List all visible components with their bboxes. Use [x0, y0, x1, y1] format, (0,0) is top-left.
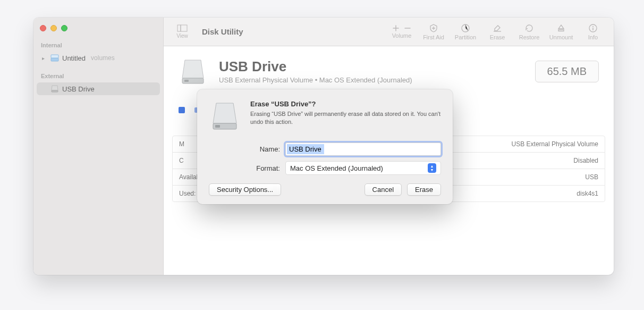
usage-used-swatch	[179, 107, 185, 113]
info-value: disk4s1	[577, 190, 598, 197]
svg-rect-13	[215, 125, 220, 128]
sidebar-item-label: Untitled	[62, 54, 86, 62]
sidebar-section-internal: Internal	[33, 40, 163, 51]
security-options-button[interactable]: Security Options...	[209, 183, 281, 196]
svg-rect-1	[51, 55, 58, 58]
format-label: Format:	[247, 164, 280, 172]
svg-rect-11	[184, 80, 189, 82]
toolbar-partition[interactable]: Partition	[452, 23, 479, 40]
close-button[interactable]	[40, 25, 46, 31]
info-value: USB External Physical Volume	[512, 140, 598, 148]
dialog-drive-icon	[209, 100, 241, 132]
sidebar-item-internal-0[interactable]: ▸ Untitled volumes	[37, 52, 160, 64]
toolbar-label: Restore	[519, 34, 540, 40]
toolbar-label: Info	[588, 34, 598, 40]
name-field-wrapper[interactable]	[285, 143, 441, 156]
info-label: C	[179, 157, 184, 164]
svg-rect-4	[181, 25, 187, 31]
dialog-title: Erase “USB Drive”?	[250, 100, 441, 108]
updown-icon: ▲▼	[428, 163, 436, 173]
sidebar-item-sublabel: volumes	[91, 54, 115, 62]
zoom-button[interactable]	[61, 25, 67, 31]
dialog-form: Name: Format: Mac OS Extended (Journaled…	[247, 143, 441, 175]
format-select[interactable]: Mac OS Extended (Journaled) ▲▼	[285, 161, 441, 175]
name-input[interactable]	[287, 144, 439, 154]
info-value: Disabled	[573, 157, 598, 164]
external-disk-icon	[50, 85, 59, 93]
toolbar-label: Unmount	[549, 34, 573, 40]
view-label: View	[176, 33, 188, 39]
info-label: M	[179, 140, 184, 148]
sidebar-item-label: USB Drive	[62, 85, 95, 93]
sidebar: Internal ▸ Untitled volumes External USB…	[33, 18, 164, 275]
toolbar-restore[interactable]: Restore	[516, 23, 543, 40]
toolbar-info[interactable]: Info	[580, 23, 606, 40]
drive-header: USB Drive USB External Physical Volume •…	[164, 46, 614, 91]
minimize-button[interactable]	[50, 25, 57, 31]
erase-dialog: Erase “USB Drive”? Erasing “USB Drive” w…	[197, 89, 453, 204]
toolbar-firstaid[interactable]: First Aid	[420, 23, 447, 40]
drive-title-block: USB Drive USB External Physical Volume •…	[219, 58, 412, 84]
svg-rect-3	[177, 25, 181, 31]
toolbar-label: Erase	[490, 34, 505, 40]
info-value: USB	[585, 173, 598, 181]
info-label: Used:	[179, 190, 196, 197]
dialog-body: Erasing “USB Drive” will permanently era…	[250, 110, 441, 126]
svg-rect-7	[558, 30, 564, 31]
toolbar-label: Partition	[455, 34, 476, 40]
svg-rect-2	[52, 90, 58, 92]
name-label: Name:	[247, 145, 280, 153]
format-value: Mac OS Extended (Journaled)	[290, 164, 383, 172]
toolbar-label: Volume	[392, 32, 412, 39]
drive-subtitle: USB External Physical Volume • Mac OS Ex…	[219, 76, 412, 84]
toolbar-volume[interactable]: Volume	[388, 25, 415, 39]
dialog-actions: Security Options... Cancel Erase	[209, 183, 441, 196]
drive-name: USB Drive	[219, 58, 412, 75]
window-controls	[33, 22, 163, 40]
toolbar: ▾ View Disk Utility Volume First Aid Par…	[164, 18, 614, 46]
sidebar-item-external-0[interactable]: USB Drive	[37, 82, 160, 95]
svg-rect-0	[51, 58, 58, 61]
capacity-badge: 65.5 MB	[535, 61, 599, 82]
toolbar-label: First Aid	[423, 34, 444, 40]
chevron-right-icon[interactable]: ▸	[42, 55, 47, 61]
erase-button[interactable]: Erase	[407, 183, 441, 196]
drive-icon	[179, 57, 207, 86]
toolbar-unmount[interactable]: Unmount	[548, 23, 574, 40]
view-menu-button[interactable]: ▾ View	[171, 24, 193, 39]
cancel-button[interactable]: Cancel	[365, 183, 402, 196]
app-title: Disk Utility	[202, 27, 243, 36]
internal-disk-icon	[50, 54, 59, 62]
sidebar-section-external: External	[33, 71, 163, 81]
toolbar-erase[interactable]: Erase	[484, 23, 511, 40]
svg-point-9	[592, 26, 594, 27]
